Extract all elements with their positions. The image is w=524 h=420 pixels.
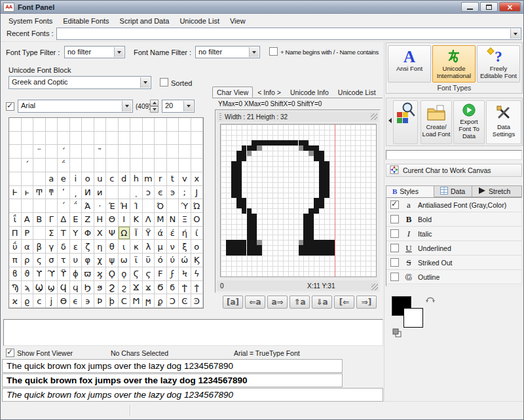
menu-item-unicode-list[interactable]: Unicode List xyxy=(174,16,225,26)
preview-box[interactable]: The quick brown fox jumps over the lazy … xyxy=(2,359,343,373)
char-cell[interactable] xyxy=(58,132,70,145)
export-font-button[interactable]: Export Font To Data xyxy=(453,100,485,144)
char-cell[interactable]: ϩ xyxy=(119,281,131,295)
char-cell[interactable]: ϝ xyxy=(167,267,179,281)
char-cell[interactable]: Ϋ xyxy=(143,227,155,240)
char-cell[interactable]: η xyxy=(94,240,107,254)
char-cell[interactable]: Ϭ xyxy=(155,281,167,295)
char-cell[interactable] xyxy=(179,132,191,145)
char-cell[interactable]: ρ xyxy=(22,254,34,267)
char-cell[interactable]: ΅ xyxy=(70,199,83,213)
style-row-striked-out[interactable]: ✓SStriked Out xyxy=(386,256,521,270)
char-cell[interactable]: ͻ xyxy=(143,186,155,200)
char-cell[interactable]: ˜ xyxy=(94,145,107,159)
tab-stretch[interactable]: Stretch xyxy=(472,185,522,197)
char-cell[interactable] xyxy=(22,132,34,145)
char-cell[interactable]: ϓ xyxy=(46,267,58,281)
char-cell[interactable]: χ xyxy=(94,254,107,267)
char-cell[interactable] xyxy=(9,199,22,213)
collapse-left-icon[interactable] xyxy=(388,118,392,123)
char-cell[interactable]: ϸ xyxy=(106,294,119,308)
char-cell[interactable] xyxy=(82,132,94,145)
char-cell[interactable] xyxy=(143,118,155,132)
char-cell[interactable] xyxy=(70,132,83,145)
char-cell[interactable]: ϑ xyxy=(22,267,34,281)
data-settings-button[interactable]: Data Settings xyxy=(486,100,521,144)
char-cell[interactable] xyxy=(46,118,58,132)
chevron-down-icon[interactable] xyxy=(183,101,193,111)
char-cell[interactable]: ͵ xyxy=(70,186,83,200)
menu-item-view[interactable]: View xyxy=(225,16,251,26)
char-cell[interactable]: ύ xyxy=(167,254,179,267)
char-cell[interactable] xyxy=(46,145,58,159)
char-cell[interactable]: Ώ xyxy=(191,199,204,213)
nav-button-6[interactable]: ⇒] xyxy=(356,296,377,309)
char-cell[interactable]: ΄ xyxy=(22,159,34,172)
checkbox-underlined[interactable]: ✓ xyxy=(390,244,399,252)
char-cell[interactable]: δ xyxy=(58,240,70,254)
tab-info[interactable]: < Info > xyxy=(253,86,286,98)
char-cell[interactable]: ϶ xyxy=(82,294,94,308)
char-cell[interactable]: Ϻ xyxy=(130,294,143,308)
char-cell[interactable] xyxy=(191,145,204,159)
char-cell[interactable]: ϻ xyxy=(143,294,155,308)
char-cell[interactable]: Ϊ xyxy=(130,227,143,240)
char-cell[interactable]: ϧ xyxy=(94,281,107,295)
char-cell[interactable] xyxy=(191,132,204,145)
char-cell[interactable]: ώ xyxy=(179,254,191,267)
close-button[interactable]: × xyxy=(499,2,521,12)
nav-button-a[interactable]: a⇒ xyxy=(267,296,288,309)
tab-data[interactable]: Data xyxy=(434,185,472,197)
nav-button-a[interactable]: [a] xyxy=(223,296,243,309)
char-cell[interactable]: Η xyxy=(94,213,107,227)
char-cell[interactable]: ϣ xyxy=(46,281,58,295)
char-cell[interactable]: e xyxy=(58,172,70,186)
char-cell[interactable] xyxy=(9,118,22,132)
char-cell[interactable]: Ϲ xyxy=(119,294,131,308)
style-row-antialiased-font-gray-color[interactable]: ✓aAntialiased Font (Gray,Color) xyxy=(386,198,521,212)
char-cell[interactable]: ϙ xyxy=(119,267,131,281)
char-cell[interactable] xyxy=(130,118,143,132)
char-cell[interactable]: ¨ xyxy=(33,145,46,159)
char-cell[interactable]: ω xyxy=(119,254,131,267)
chevron-down-icon[interactable] xyxy=(140,77,150,88)
tab-excel-list[interactable]: Excel List xyxy=(381,86,383,98)
char-cell[interactable] xyxy=(9,145,22,159)
char-cell[interactable] xyxy=(167,199,179,213)
checkbox-antialiased-font-gray-color[interactable]: ✓ xyxy=(390,200,399,209)
char-cell[interactable]: Ϸ xyxy=(94,294,107,308)
chevron-down-icon[interactable] xyxy=(510,29,520,39)
char-cell[interactable] xyxy=(33,118,46,132)
char-cell[interactable]: Ͱ xyxy=(9,186,22,200)
char-cell[interactable]: Ξ xyxy=(179,213,191,227)
char-cell[interactable]: d xyxy=(119,172,131,186)
style-row-italic[interactable]: ✓IItalic xyxy=(386,227,521,241)
char-cell[interactable]: m xyxy=(143,172,155,186)
char-cell[interactable]: Ϝ xyxy=(155,267,167,281)
char-cell[interactable]: Δ xyxy=(58,213,70,227)
char-cell[interactable]: ϵ xyxy=(70,294,83,308)
char-cell[interactable] xyxy=(191,118,204,132)
char-cell[interactable]: i xyxy=(70,172,83,186)
char-cell[interactable]: ʹ xyxy=(58,186,70,200)
char-cell[interactable]: Π xyxy=(9,227,22,240)
char-cell[interactable]: ή xyxy=(179,227,191,240)
char-cell[interactable]: ϐ xyxy=(9,267,22,281)
char-cell[interactable]: ͺ xyxy=(130,186,143,200)
char-cell[interactable] xyxy=(155,159,167,172)
char-cell[interactable]: β xyxy=(33,240,46,254)
char-cell[interactable]: ψ xyxy=(106,254,119,267)
char-cell[interactable] xyxy=(94,132,107,145)
char-cell[interactable] xyxy=(106,118,119,132)
char-cell[interactable]: Ϥ xyxy=(58,281,70,295)
char-cell[interactable]: ΅ xyxy=(58,159,70,172)
char-cell[interactable]: Ϯ xyxy=(179,281,191,295)
char-cell[interactable] xyxy=(106,186,119,200)
sorted-checkbox[interactable]: ✓ xyxy=(160,78,168,86)
preview-box[interactable]: The quick brown fox jumps over the lazy … xyxy=(2,388,383,402)
char-cell[interactable]: Ε xyxy=(70,213,83,227)
unicode-international-button[interactable]: Unicode International xyxy=(432,45,476,83)
char-cell[interactable]: θ xyxy=(106,240,119,254)
char-cell[interactable]: Γ xyxy=(46,213,58,227)
char-cell[interactable]: Χ xyxy=(94,227,107,240)
